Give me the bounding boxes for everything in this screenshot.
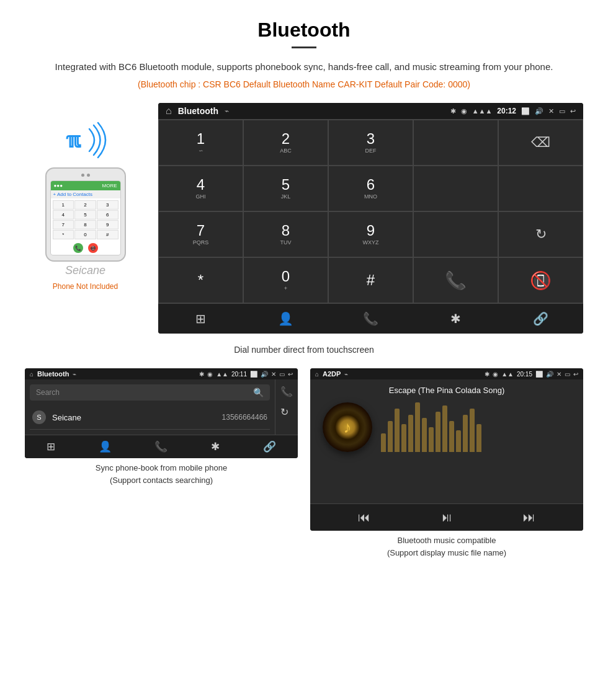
pb-gps-icon: ◉: [207, 371, 213, 378]
dial-key-hash[interactable]: #: [328, 257, 413, 303]
digit-8: 8: [282, 223, 290, 238]
prev-track-button[interactable]: ⏮: [358, 510, 370, 525]
page-container: Bluetooth Integrated with BC6 Bluetooth …: [0, 0, 608, 577]
car-dial-screen: ⌂ Bluetooth ⌁ ✱ ◉ ▲▲▲ 20:12 ⬜ 🔊 ✕ ▭ ↩: [158, 103, 583, 334]
phonebook-bottom-bar: ⊞ 👤 📞 ✱ 🔗: [25, 435, 298, 458]
music-caption: Bluetooth music compatible(Support displ…: [310, 534, 583, 559]
dial-key-2[interactable]: 2 ABC: [243, 120, 328, 166]
contact-row[interactable]: S Seicane 13566664466: [30, 405, 270, 430]
phonebook-caption: Sync phone-book from mobile phone(Suppor…: [25, 462, 298, 486]
page-description: Integrated with BC6 Bluetooth module, su…: [25, 60, 583, 74]
empty-cell-3: [413, 211, 498, 257]
call-icon-side[interactable]: 📞: [280, 386, 293, 397]
phone-end-button: 📵: [88, 243, 98, 253]
dial-key-3[interactable]: 3 DEF: [328, 120, 413, 166]
dial-key-1[interactable]: 1 ∽: [158, 120, 243, 166]
refresh-icon-side[interactable]: ↻: [280, 406, 293, 418]
music-vinyl: ♪: [323, 402, 372, 452]
music-back-icon[interactable]: ↩: [573, 371, 578, 378]
music-cam-icon: ⬜: [535, 371, 543, 378]
dial-status-bar: ⌂ Bluetooth ⌁ ✱ ◉ ▲▲▲ 20:12 ⬜ 🔊 ✕ ▭ ↩: [158, 103, 583, 119]
dial-key-9[interactable]: 9 WXYZ: [328, 211, 413, 257]
music-content: Escape (The Pina Colada Song) ♪: [310, 379, 583, 503]
phone-key-8: 8: [74, 220, 96, 229]
bluetooth-bt-icon[interactable]: ✱: [413, 311, 498, 326]
volume-icon: 🔊: [535, 107, 543, 115]
music-home-icon[interactable]: ⌂: [315, 371, 319, 378]
empty-cell-1: [413, 166, 498, 211]
backspace-button[interactable]: ⌫: [498, 120, 583, 166]
music-art-area: ♪: [316, 402, 577, 452]
pb-bt-icon: ✱: [199, 371, 204, 378]
main-section: ℼ ●●● MORE + Add to: [25, 103, 583, 334]
phone-answer-button: 📞: [73, 243, 83, 253]
pb-dialpad-icon[interactable]: ⊞: [47, 440, 55, 453]
pb-status-left: ⌂ Bluetooth ⌁: [30, 370, 76, 378]
phone-key-3: 3: [97, 200, 118, 210]
pb-bt-bottom-icon[interactable]: ✱: [211, 440, 220, 453]
phonebook-main-area: Search 🔍 S Seicane 13566664466 📞 ↻: [25, 379, 298, 435]
eq-bar: [381, 433, 386, 452]
phonebook-content: Search 🔍 S Seicane 13566664466: [25, 379, 275, 435]
dial-key-8[interactable]: 8 TUV: [243, 211, 328, 257]
contact-name: Seicane: [52, 413, 216, 422]
back-icon[interactable]: ↩: [570, 107, 576, 115]
pb-back-icon[interactable]: ↩: [288, 371, 293, 378]
link-icon[interactable]: 🔗: [498, 311, 583, 326]
search-placeholder: Search: [36, 388, 60, 397]
eq-bar: [395, 409, 400, 452]
close-icon: ✕: [548, 107, 554, 115]
eq-bar: [388, 421, 393, 452]
music-block: ⌂ A2DP ⌁ ✱ ◉ ▲▲ 20:15 ⬜ 🔊 ✕ ▭ ↩: [310, 368, 583, 559]
eq-bar: [415, 402, 420, 452]
search-icon: 🔍: [253, 388, 264, 397]
pb-contacts-icon[interactable]: 👤: [99, 440, 112, 453]
phone-mockup-area: ℼ ●●● MORE + Add to: [25, 103, 146, 291]
refresh-button[interactable]: ↻: [498, 211, 583, 257]
digit-0: 0: [282, 269, 290, 284]
music-close-icon: ✕: [557, 371, 561, 378]
dialpad-icon[interactable]: ⊞: [158, 311, 243, 326]
answer-call-button[interactable]: 📞: [413, 257, 498, 303]
phone-speaker: [81, 174, 84, 177]
screen-icon: ▭: [559, 107, 565, 115]
pb-home-icon[interactable]: ⌂: [30, 371, 34, 378]
pb-usb-icon: ⌁: [73, 371, 76, 378]
pb-link-icon[interactable]: 🔗: [263, 440, 276, 453]
pb-phone-icon[interactable]: 📞: [154, 440, 168, 453]
dial-key-0[interactable]: 0 +: [243, 257, 328, 303]
digit-7-sub: PQRS: [193, 239, 209, 246]
phone-device: ●●● MORE + Add to Contacts 1 2 3 4 5 6 7…: [45, 167, 126, 262]
home-icon[interactable]: ⌂: [166, 105, 172, 117]
digit-7: 7: [197, 223, 205, 238]
dial-key-6[interactable]: 6 MNO: [328, 166, 413, 211]
status-time: 20:12: [497, 107, 516, 115]
dial-key-7[interactable]: 7 PQRS: [158, 211, 243, 257]
pb-signal-icon: ▲▲: [216, 371, 228, 378]
dial-key-4[interactable]: 4 GHI: [158, 166, 243, 211]
digit-4-sub: GHI: [195, 193, 205, 200]
digit-6-sub: MNO: [364, 193, 377, 200]
search-bar[interactable]: Search 🔍: [30, 384, 270, 401]
phone-icon[interactable]: 📞: [328, 311, 413, 326]
end-call-button[interactable]: 📵: [498, 257, 583, 303]
phone-key-9: 9: [97, 220, 118, 229]
contacts-icon[interactable]: 👤: [243, 311, 328, 326]
phonebook-screen: ⌂ Bluetooth ⌁ ✱ ◉ ▲▲ 20:11 ⬜ 🔊 ✕ ▭ ↩: [25, 368, 298, 458]
phone-call-row: 📞 📵: [51, 241, 120, 255]
contact-avatar: S: [32, 410, 46, 424]
phone-key-6: 6: [97, 210, 118, 219]
dial-key-5[interactable]: 5 JKL: [243, 166, 328, 211]
pb-time: 20:11: [231, 371, 247, 378]
play-pause-button[interactable]: ⏯: [440, 510, 453, 525]
eq-bar: [429, 427, 434, 452]
phone-key-1: 1: [53, 200, 74, 210]
pb-vol-icon: 🔊: [261, 371, 268, 378]
empty-cell-2: [498, 166, 583, 211]
music-caption-text: Bluetooth music compatible(Support displ…: [387, 536, 506, 557]
music-gps-icon: ◉: [493, 371, 498, 378]
music-title: A2DP: [323, 370, 341, 378]
next-track-button[interactable]: ⏭: [523, 510, 535, 525]
dial-key-star[interactable]: *: [158, 257, 243, 303]
music-usb-icon: ⌁: [344, 371, 348, 378]
